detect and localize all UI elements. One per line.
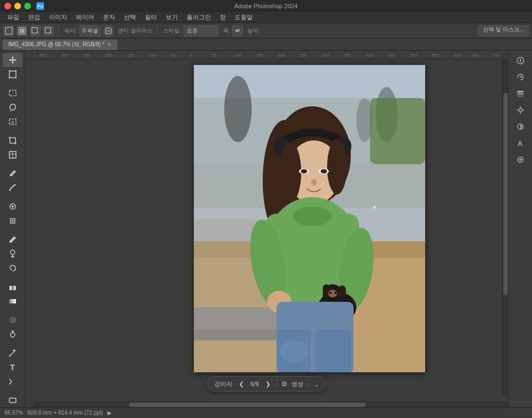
menu-window[interactable]: 창 <box>216 12 230 23</box>
float-sep1 <box>277 379 278 388</box>
h-scroll-thumb[interactable] <box>129 403 366 407</box>
canvas-inner: + <box>34 59 502 396</box>
tool-options-subtract[interactable]: − <box>43 25 54 36</box>
options-bar: + − 패더: 0 픽셀 앤티 앨리어스 스타일: 표준 고정 비율 고정 크기… <box>0 23 532 39</box>
menu-edit[interactable]: 편집 <box>24 12 44 23</box>
object-select-tool[interactable] <box>3 115 23 129</box>
svg-rect-106 <box>370 98 425 164</box>
eyedropper-tool[interactable] <box>3 166 23 181</box>
tool-options-icon2[interactable] <box>17 25 28 36</box>
tool-options-icon[interactable] <box>3 25 14 36</box>
history-panel-btn[interactable] <box>512 69 529 85</box>
move-tool[interactable] <box>3 53 23 67</box>
learn-panel-btn[interactable] <box>512 53 529 68</box>
dodge-tool[interactable] <box>3 327 23 341</box>
blur-tool[interactable] <box>3 313 23 327</box>
svg-text:-200: -200 <box>104 53 113 58</box>
svg-point-68 <box>224 76 252 142</box>
doc-tab-name: IMG_4306.JPG @ 66.7% (적, RGB/8) * <box>8 41 105 48</box>
maximize-button[interactable] <box>24 3 31 9</box>
type-tool[interactable]: T <box>3 360 23 374</box>
canvas-container: -350 -300 -250 -200 -150 -100 -50 0 50 1… <box>25 51 508 407</box>
traffic-lights <box>4 3 31 9</box>
shape-tool[interactable] <box>3 393 23 407</box>
healing-brush-tool[interactable] <box>3 199 23 214</box>
document-tab[interactable]: IMG_4306.JPG @ 66.7% (적, RGB/8) * ✕ <box>2 39 118 50</box>
svg-text:750: 750 <box>492 53 500 58</box>
doc-tab-bar: IMG_4306.JPG @ 66.7% (적, RGB/8) * ✕ <box>0 39 532 51</box>
properties-panel-btn[interactable] <box>512 102 529 118</box>
rect-select-tool[interactable] <box>3 86 23 100</box>
svg-rect-0 <box>6 28 12 34</box>
v-scroll-thumb[interactable] <box>503 93 508 295</box>
menu-file[interactable]: 파일 <box>3 12 23 23</box>
tool-group-sample <box>0 166 25 195</box>
fonts-panel-btn[interactable]: A <box>512 135 529 151</box>
menu-plugins[interactable]: 플러그인 <box>183 12 215 23</box>
svg-point-105 <box>280 340 308 362</box>
eraser-tool[interactable] <box>3 280 23 294</box>
canvas-scroll-area[interactable]: + 강이지 ❮ 6/9 ❯ ⧉ 생성 ... <box>25 59 508 407</box>
horizontal-ruler: -350 -300 -250 -200 -150 -100 -50 0 50 1… <box>25 51 508 59</box>
style-select[interactable]: 표준 고정 비율 고정 크기 <box>183 25 219 36</box>
pen-tool[interactable] <box>3 346 23 360</box>
select-mask-button[interactable]: 선택 및 마스크... <box>478 25 529 36</box>
ruler-measure-tool[interactable] <box>3 181 23 195</box>
menu-select[interactable]: 선택 <box>120 12 140 23</box>
float-sep2 <box>308 379 308 388</box>
svg-text:-350: -350 <box>37 53 47 58</box>
app-icon: Ps <box>36 2 44 10</box>
slice-tool[interactable] <box>3 148 23 162</box>
path-select-tool[interactable] <box>3 374 23 389</box>
navigate-arrow[interactable]: ▶ <box>107 410 112 416</box>
content-aware-tool[interactable] <box>3 214 23 228</box>
main-area: T ... <box>0 51 532 407</box>
context-panel-btn[interactable] <box>512 152 529 167</box>
vertical-scrollbar[interactable] <box>502 59 508 396</box>
minimize-button[interactable] <box>14 3 21 9</box>
doc-tab-close[interactable]: ✕ <box>107 42 112 47</box>
generate-button[interactable]: 생성 <box>291 380 303 388</box>
svg-text:700: 700 <box>471 53 479 58</box>
crop-tool[interactable] <box>3 133 23 148</box>
close-button[interactable] <box>4 3 11 9</box>
menu-help[interactable]: 도움말 <box>231 12 257 23</box>
artboard-tool[interactable] <box>3 67 23 82</box>
tool-group-brush <box>0 232 25 275</box>
menu-filter[interactable]: 필터 <box>141 12 161 23</box>
svg-rect-64 <box>25 59 34 407</box>
feather-value[interactable]: 0 픽셀 <box>79 25 101 36</box>
float-next-button[interactable]: ❯ <box>263 379 273 389</box>
menu-text[interactable]: 문자 <box>99 12 119 23</box>
tool-group-move <box>0 53 25 82</box>
adjustments-panel-btn[interactable] <box>512 119 529 134</box>
title-bar: Ps Adobe Photoshop 2024 <box>0 0 532 12</box>
app-title: Adobe Photoshop 2024 <box>235 3 298 9</box>
svg-text:+: + <box>36 30 39 35</box>
lasso-tool[interactable] <box>3 100 23 115</box>
clone-stamp-tool[interactable] <box>3 247 23 261</box>
float-more-button[interactable]: ... <box>313 379 319 388</box>
doc-dimensions: 609.6 mm × 914.4 mm (72 ppi) <box>28 410 103 416</box>
menu-view[interactable]: 보기 <box>162 12 182 23</box>
tool-group-shape <box>0 393 25 407</box>
menu-image[interactable]: 이미지 <box>45 12 71 23</box>
horizontal-scrollbar[interactable] <box>34 401 508 407</box>
svg-text:300: 300 <box>322 53 329 58</box>
anti-alias-label: 앤티 앨리어스 <box>118 27 153 35</box>
menu-layer[interactable]: 레이어 <box>72 12 98 23</box>
brush-tool[interactable] <box>3 232 23 247</box>
layers-panel-btn[interactable] <box>512 86 529 101</box>
history-brush-tool[interactable] <box>3 261 23 275</box>
anti-alias-toggle[interactable] <box>104 25 113 36</box>
svg-text:-300: -300 <box>59 53 69 58</box>
feather-label: 패더: <box>64 27 77 35</box>
gradient-tool[interactable] <box>3 294 23 308</box>
float-prev-button[interactable]: ❮ <box>237 379 246 389</box>
svg-text:-250: -250 <box>82 53 91 58</box>
swap-icon[interactable]: ⇄ <box>232 25 243 36</box>
svg-point-30 <box>10 333 15 337</box>
tool-options-add[interactable]: + <box>30 25 41 36</box>
float-label: 강이지 <box>214 380 232 388</box>
right-panel: A <box>508 51 532 407</box>
